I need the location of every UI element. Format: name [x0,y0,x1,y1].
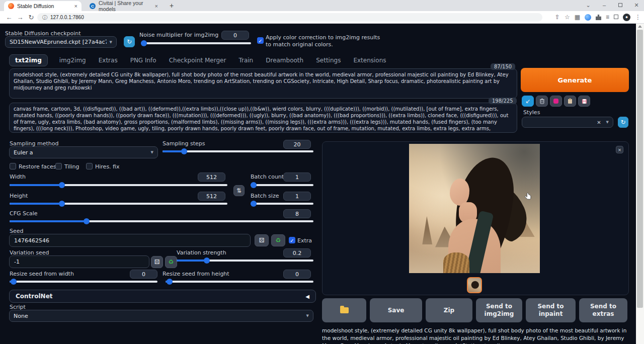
tab-settings[interactable]: Settings [315,55,342,66]
color-correction-checkbox[interactable]: ✓ [257,37,264,44]
menu-dots-icon[interactable]: ⋮ [635,13,641,22]
paste-params-icon[interactable]: ↙ [522,96,534,107]
slider-handle[interactable] [167,279,173,285]
window-maximize-button[interactable] [613,0,628,11]
noise-multiplier-slider[interactable] [141,40,251,46]
resize-seed-width-value[interactable] [130,270,157,279]
batch-size-slider[interactable] [251,201,313,207]
seed-input[interactable] [9,234,251,247]
variation-seed-input[interactable] [9,255,149,268]
tab-checkpoint-merger[interactable]: Checkpoint Merger [168,55,227,66]
zip-button[interactable]: Zip [426,298,472,322]
apply-styles-clipboard-icon[interactable] [564,96,576,107]
page-scrollbar[interactable] [636,24,644,344]
resize-seed-width-slider[interactable] [10,279,157,285]
gallery-thumbnail[interactable] [467,277,482,293]
tab-extensions[interactable]: Extensions [352,55,387,66]
swap-dimensions-icon[interactable]: ⇅ [233,185,245,196]
generate-button[interactable]: Generate [521,68,629,92]
extension-blue-icon[interactable] [585,14,591,21]
sampling-method-dropdown[interactable]: Euler a ▼ [9,146,158,158]
cfg-scale-value[interactable] [283,209,311,218]
slider-handle[interactable] [59,182,65,188]
bookmark-star-icon[interactable]: ☆ [565,13,570,22]
slider-handle[interactable] [84,218,90,224]
styles-refresh-button[interactable]: ↻ [618,117,628,128]
open-folder-button[interactable] [322,298,366,322]
slider-handle[interactable] [204,257,210,264]
site-info-icon[interactable]: ⓘ [42,14,47,21]
new-tab-button[interactable]: + [167,2,176,11]
tab-png-info[interactable]: PNG Info [129,55,157,66]
tab-close-icon[interactable]: × [155,3,158,9]
send-to-inpaint-button[interactable]: Send to inpaint [526,298,576,322]
save-style-floppy-icon[interactable] [578,96,590,107]
width-slider[interactable] [10,182,227,188]
extra-networks-icon[interactable] [550,96,562,107]
window-close-button[interactable]: ✕ [629,0,644,11]
reading-list-icon[interactable]: ≡ [606,13,609,22]
slider-handle[interactable] [11,279,17,285]
side-panel-icon[interactable] [614,13,618,22]
negative-prompt-textarea[interactable]: canvas frame, cartoon, 3d, ((disfigured)… [9,103,517,133]
window-minimize-button[interactable]: – [597,0,612,11]
clear-prompt-trash-icon[interactable] [536,96,548,107]
cfg-scale-slider[interactable] [10,218,313,224]
send-to-img2img-button[interactable]: Send to img2img [476,298,522,322]
slider-handle[interactable] [251,201,257,207]
variation-strength-slider[interactable] [177,257,313,264]
sampling-steps-slider[interactable] [163,148,313,154]
random-seed-dice-icon[interactable]: ⚄ [255,234,269,246]
reuse-seed-recycle-icon[interactable]: ♻ [271,234,285,246]
back-icon[interactable]: ← [4,13,14,23]
controlnet-accordion[interactable]: ControlNet ◀ [9,290,316,303]
restore-faces-checkbox[interactable] [10,163,16,169]
extensions-puzzle-icon[interactable] [596,15,601,20]
slider-handle[interactable] [251,182,257,188]
checkpoint-refresh-button[interactable]: ↻ [124,36,135,47]
address-bar[interactable]: ⓘ 127.0.0.1:7860 [37,13,542,22]
share-icon[interactable]: ⇧ [555,13,560,22]
script-dropdown[interactable]: None ▼ [9,310,313,322]
height-slider[interactable] [10,201,227,207]
sampling-steps-value[interactable] [283,140,311,149]
variation-dice-icon[interactable]: ⚄ [151,256,163,268]
scroll-up-arrow-icon[interactable] [638,25,642,28]
tab-img2img[interactable]: img2img [58,55,87,66]
variation-recycle-icon[interactable]: ♻ [165,256,177,268]
slider-handle[interactable] [141,40,147,46]
window-menu-icon[interactable]: ⌄ [581,0,596,11]
profile-avatar[interactable]: ● [623,14,630,21]
extensions-grid-icon[interactable]: ▦ [575,13,580,22]
extra-seed-checkbox[interactable]: ✓ [289,237,295,243]
tab-txt2img[interactable]: txt2img [9,54,48,66]
resize-seed-height-slider[interactable] [166,279,313,285]
tiling-checkbox[interactable] [55,163,62,169]
save-button[interactable]: Save [370,298,422,322]
batch-size-value[interactable] [283,192,311,201]
batch-count-slider[interactable] [251,182,313,188]
send-to-extras-button[interactable]: Send to extras [579,298,627,322]
reload-icon[interactable]: ↻ [26,13,36,23]
tab-train[interactable]: Train [237,55,254,66]
tab-close-icon[interactable]: × [74,3,77,9]
noise-multiplier-value[interactable] [221,31,249,40]
close-gallery-icon[interactable]: × [616,146,623,153]
batch-count-value[interactable] [283,173,311,182]
clear-styles-icon[interactable]: ✕ [597,120,601,125]
forward-icon[interactable]: → [15,13,25,23]
tab-dreambooth[interactable]: Dreambooth [265,55,304,66]
hires-fix-checkbox[interactable] [86,163,93,169]
variation-strength-value[interactable] [283,248,311,257]
height-value[interactable] [198,192,225,201]
scrollbar-thumb[interactable] [637,30,643,308]
styles-dropdown[interactable]: ✕ ▼ [522,117,613,128]
generated-image[interactable] [409,144,540,273]
width-value[interactable] [198,173,225,182]
prompt-textarea[interactable]: modelshoot style, (extremely detailed CG… [9,68,517,99]
browser-tab-civitai[interactable]: C Civitai | Share your models × [86,1,162,11]
resize-seed-height-value[interactable] [283,270,311,279]
tab-extras[interactable]: Extras [98,55,119,66]
slider-handle[interactable] [59,201,65,207]
slider-handle[interactable] [181,148,187,154]
